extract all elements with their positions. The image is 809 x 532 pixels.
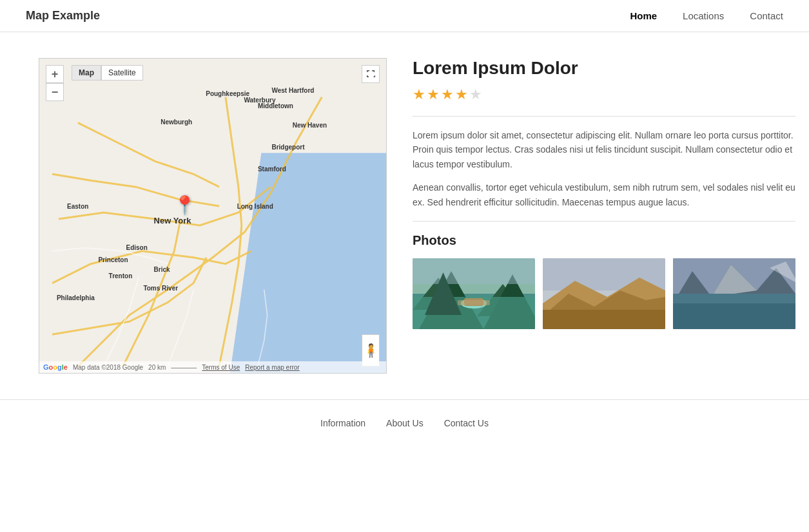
google-logo: Google xyxy=(43,363,68,371)
photo-2[interactable] xyxy=(543,258,665,329)
city-waterbury: Waterbury xyxy=(244,97,275,104)
map-footer: Google Map data ©2018 Google 20 km ―――― … xyxy=(39,361,386,373)
nav-contact[interactable]: Contact xyxy=(750,10,783,21)
map-scale: 20 km xyxy=(148,364,166,371)
map-report-link[interactable]: Report a map error xyxy=(245,364,299,371)
svg-rect-22 xyxy=(673,303,795,329)
star-1: ★ xyxy=(413,86,425,103)
description-paragraph-2: Aenean convallis, tortor eget vehicula v… xyxy=(413,180,795,209)
city-princeton: Princeton xyxy=(98,256,128,263)
city-tomsriver: Toms River xyxy=(143,285,178,292)
divider-1 xyxy=(413,116,795,117)
photo-3-svg xyxy=(673,258,795,329)
footer-about-link[interactable]: About Us xyxy=(386,418,424,428)
nav-locations[interactable]: Locations xyxy=(683,10,724,21)
photo-2-svg xyxy=(543,258,665,329)
city-edison: Edison xyxy=(126,244,148,251)
map-zoom-controls: + − xyxy=(46,65,64,101)
site-logo: Map Example xyxy=(26,9,100,23)
svg-rect-15 xyxy=(543,310,665,329)
city-philadelphia: Philadelphia xyxy=(57,294,95,301)
star-4: ★ xyxy=(455,86,468,103)
main-content: Poughkeepsie Newburgh New York Philadelp… xyxy=(0,32,809,399)
city-longisland: Long Island xyxy=(237,203,273,210)
star-2: ★ xyxy=(427,86,440,103)
divider-2 xyxy=(413,221,795,222)
map-expand-button[interactable] xyxy=(362,65,380,83)
photo-1[interactable] xyxy=(413,258,535,329)
star-3: ★ xyxy=(441,86,454,103)
city-trenton: Trenton xyxy=(109,272,133,280)
city-stamford: Stamford xyxy=(258,166,286,173)
zoom-out-button[interactable]: − xyxy=(46,83,64,101)
svg-rect-10 xyxy=(413,258,535,284)
footer-links: Information About Us Contact Us xyxy=(0,418,809,428)
city-brick: Brick xyxy=(154,266,170,273)
nav-home[interactable]: Home xyxy=(630,10,657,21)
photo-1-svg xyxy=(413,258,535,329)
expand-icon xyxy=(366,70,375,79)
city-newyork: New York xyxy=(154,216,191,225)
place-title: Lorem Ipsum Dolor xyxy=(413,58,795,79)
description-paragraph-1: Lorem ipsum dolor sit amet, consectetur … xyxy=(413,128,795,171)
place-description: Lorem ipsum dolor sit amet, consectetur … xyxy=(413,128,795,209)
right-panel: Lorem Ipsum Dolor ★ ★ ★ ★ ★ Lorem ipsum … xyxy=(413,58,795,329)
city-poughkeepsie: Poughkeepsie xyxy=(206,90,249,97)
map-type-satellite-button[interactable]: Satellite xyxy=(101,65,143,81)
map-type-controls: Map Satellite xyxy=(72,65,143,81)
city-newburgh: Newburgh xyxy=(161,119,192,126)
map-data-credit: Map data ©2018 Google xyxy=(73,364,143,371)
photos-grid xyxy=(413,258,795,329)
footer-contact-link[interactable]: Contact Us xyxy=(444,418,489,428)
map-container: Poughkeepsie Newburgh New York Philadelp… xyxy=(39,58,387,374)
star-5: ★ xyxy=(469,86,482,103)
main-nav: Home Locations Contact xyxy=(630,10,783,21)
svg-rect-9 xyxy=(458,300,490,305)
map-pin: 📍 xyxy=(173,195,196,216)
city-newhaven: New Haven xyxy=(293,122,327,129)
zoom-in-button[interactable]: + xyxy=(46,65,64,83)
city-easton: Easton xyxy=(67,203,88,210)
header: Map Example Home Locations Contact xyxy=(0,0,809,32)
footer: Information About Us Contact Us xyxy=(0,399,809,446)
photos-section: Photos xyxy=(413,233,795,329)
map-roads xyxy=(39,59,386,373)
photos-title: Photos xyxy=(413,233,795,248)
pegman-icon: 🧍 xyxy=(363,343,379,358)
rating-stars: ★ ★ ★ ★ ★ xyxy=(413,86,795,103)
footer-information-link[interactable]: Information xyxy=(320,418,366,428)
photo-3[interactable] xyxy=(673,258,795,329)
city-westhartford: West Hartford xyxy=(271,87,314,94)
map-type-map-button[interactable]: Map xyxy=(72,65,101,81)
city-bridgeport: Bridgeport xyxy=(271,144,304,151)
map-terms-link[interactable]: Terms of Use xyxy=(202,364,240,371)
city-middletown: Middletown xyxy=(258,102,293,109)
